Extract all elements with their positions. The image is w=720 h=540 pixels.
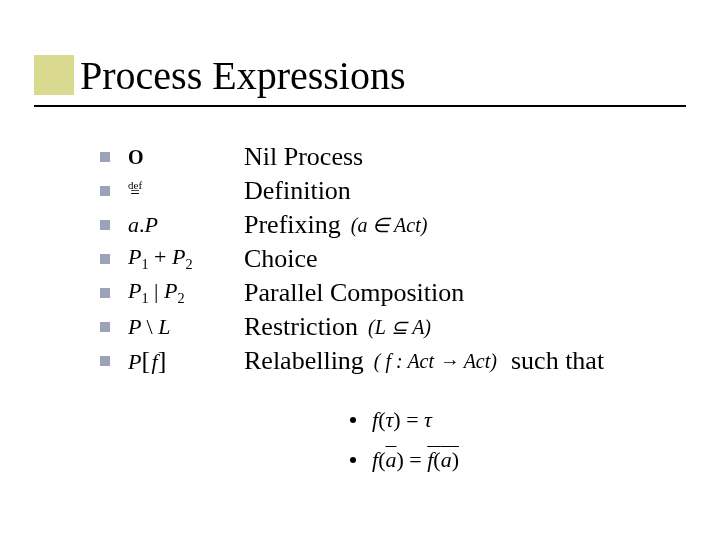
annotation: (L ⊆ A) (368, 315, 431, 339)
expression: P1 + P2 (128, 246, 244, 272)
annotation: ( f : Act → Act) (374, 350, 497, 373)
condition-formula: f(τ) = τ (372, 407, 432, 433)
bullet-dot-icon (350, 417, 356, 423)
list-item: def=Definition (100, 174, 690, 208)
list-item: P[ f]Relabelling( f : Act → Act)such tha… (100, 344, 690, 378)
expression: P \ L (128, 316, 244, 338)
slide-body: ONil Processdef=Definitiona.PPrefixing(a… (100, 140, 690, 378)
description: Relabelling (244, 346, 364, 376)
list-item: ONil Process (100, 140, 690, 174)
slide: Process Expressions ONil Processdef=Defi… (0, 0, 720, 540)
slide-title: Process Expressions (80, 54, 680, 98)
expression: P1 | P2 (128, 280, 244, 306)
expression: def= (128, 180, 244, 202)
square-bullet-icon (100, 220, 110, 230)
expression: a.P (128, 214, 244, 236)
list-item: P \ LRestriction(L ⊆ A) (100, 310, 690, 344)
square-bullet-icon (100, 186, 110, 196)
condition-row: f(τ) = τ (350, 400, 459, 440)
suffix-text: such that (511, 346, 604, 376)
list-item: P1 + P2Choice (100, 242, 690, 276)
title-area: Process Expressions (80, 54, 680, 98)
square-bullet-icon (100, 254, 110, 264)
description: Nil Process (244, 142, 363, 172)
conditions-block: f(τ) = τf(a) = f(a) (350, 400, 459, 480)
square-bullet-icon (100, 288, 110, 298)
list-item: P1 | P2Parallel Composition (100, 276, 690, 310)
condition-formula: f(a) = f(a) (372, 447, 459, 473)
description: Parallel Composition (244, 278, 464, 308)
accent-box (34, 55, 74, 95)
expression: P[ f] (128, 348, 244, 374)
square-bullet-icon (100, 152, 110, 162)
condition-row: f(a) = f(a) (350, 440, 459, 480)
bullet-dot-icon (350, 457, 356, 463)
square-bullet-icon (100, 356, 110, 366)
annotation: (a ∈ Act) (351, 213, 428, 237)
horizontal-rule (34, 105, 686, 107)
square-bullet-icon (100, 322, 110, 332)
description: Restriction (244, 312, 358, 342)
description: Prefixing (244, 210, 341, 240)
expression: O (128, 146, 244, 168)
list-item: a.PPrefixing(a ∈ Act) (100, 208, 690, 242)
description: Definition (244, 176, 351, 206)
description: Choice (244, 244, 318, 274)
